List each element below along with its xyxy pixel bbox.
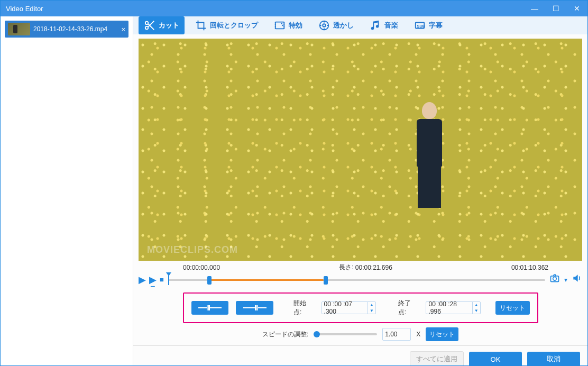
- watermark-icon: [318, 20, 330, 31]
- speed-reset-button[interactable]: リセット: [426, 327, 458, 341]
- cut-controls-panel: 開始点: 00 :00 :07 .300 ▲▼ 終了点: 00 :00 :28 …: [183, 292, 538, 323]
- speed-input[interactable]: 1.00: [382, 328, 411, 341]
- cancel-button[interactable]: 取消: [527, 352, 580, 366]
- start-handle[interactable]: [207, 276, 212, 285]
- maximize-button[interactable]: ☐: [545, 1, 566, 16]
- play-button[interactable]: ▶: [139, 274, 146, 286]
- file-tab[interactable]: 2018-11-02-14-33-26.mp4 ×: [5, 21, 128, 38]
- file-close-icon[interactable]: ×: [121, 25, 125, 33]
- tool-music-label: 音楽: [384, 21, 398, 30]
- footer: すべてに適用 OK 取消: [133, 345, 587, 366]
- snapshot-button[interactable]: [549, 273, 560, 286]
- cut-reset-button[interactable]: リセット: [495, 301, 530, 315]
- apply-all-button[interactable]: すべてに適用: [410, 351, 464, 366]
- end-point-label: 終了点:: [398, 299, 419, 317]
- tool-crop-label: 回転とクロップ: [210, 21, 258, 30]
- file-thumbnail: [8, 23, 30, 35]
- tool-music[interactable]: 音楽: [364, 16, 403, 34]
- tool-cut-label: カット: [159, 21, 179, 30]
- tool-cut[interactable]: カット: [139, 16, 185, 34]
- length-value: 00:00:21.696: [355, 264, 392, 271]
- tool-watermark-label: 透かし: [333, 21, 354, 30]
- tool-effect[interactable]: 特効: [269, 16, 308, 34]
- effect-icon: [274, 20, 286, 31]
- speed-slider-handle[interactable]: [314, 331, 320, 337]
- file-sidebar: 2018-11-02-14-33-26.mp4 ×: [1, 16, 133, 365]
- crop-icon: [195, 20, 207, 31]
- tool-toolbar: カット 回転とクロップ 特効 透かし: [133, 16, 587, 34]
- speed-unit: X: [416, 331, 420, 338]
- close-window-button[interactable]: ✕: [566, 1, 587, 16]
- window-title: Video Editor: [6, 5, 43, 13]
- end-handle[interactable]: [324, 276, 328, 285]
- speed-label: スピードの調整:: [262, 330, 308, 339]
- video-preview[interactable]: MOVIECLIPS.COM: [139, 39, 582, 261]
- svg-rect-13: [255, 305, 258, 310]
- end-up[interactable]: ▲: [473, 302, 480, 308]
- preview-background: [139, 39, 582, 261]
- subtitle-icon: SUB: [414, 20, 426, 31]
- preview-figure: [414, 102, 445, 208]
- tool-crop[interactable]: 回転とクロップ: [190, 16, 263, 34]
- start-up[interactable]: ▲: [368, 302, 375, 308]
- timeline-track[interactable]: [168, 275, 545, 285]
- playhead[interactable]: [168, 276, 169, 285]
- set-start-marker-button[interactable]: [191, 301, 229, 315]
- tool-watermark[interactable]: 透かし: [313, 16, 359, 34]
- total-time: 00:01:10.362: [511, 264, 548, 271]
- svg-point-4: [323, 24, 326, 27]
- end-down[interactable]: ▼: [473, 308, 480, 314]
- start-time-input[interactable]: 00 :00 :07 .300 ▲▼: [321, 301, 376, 314]
- end-time-input[interactable]: 00 :00 :28 .996 ▲▼: [426, 301, 480, 314]
- svg-point-8: [553, 277, 557, 281]
- tool-subtitle-label: 字幕: [429, 21, 443, 30]
- set-end-marker-button[interactable]: [236, 301, 273, 315]
- tool-effect-label: 特効: [289, 21, 302, 30]
- ok-button[interactable]: OK: [469, 352, 522, 366]
- svg-rect-10: [207, 305, 210, 310]
- end-time-value: 00 :00 :28 .996: [426, 300, 472, 315]
- start-point-label: 開始点:: [293, 299, 314, 317]
- start-time-value: 00 :00 :07 .300: [322, 300, 368, 315]
- speed-slider[interactable]: [314, 333, 377, 335]
- speed-value: 1.00: [383, 331, 399, 338]
- length-label: 長さ:: [339, 263, 353, 272]
- scissors-icon: [144, 20, 155, 31]
- tool-subtitle[interactable]: SUB 字幕: [409, 16, 448, 34]
- preview-watermark: MOVIECLIPS.COM: [147, 244, 238, 255]
- volume-button[interactable]: [572, 273, 582, 286]
- step-button[interactable]: ▶▁: [149, 274, 157, 286]
- stop-button[interactable]: ■: [160, 276, 164, 283]
- current-time: 00:00:00.000: [183, 264, 220, 271]
- minimize-button[interactable]: ―: [524, 1, 545, 16]
- file-name: 2018-11-02-14-33-26.mp4: [33, 25, 118, 33]
- selection-range: [207, 279, 324, 281]
- titlebar: Video Editor ― ☐ ✕: [1, 1, 587, 16]
- music-icon: [370, 20, 381, 31]
- start-down[interactable]: ▼: [368, 308, 375, 314]
- snapshot-dropdown[interactable]: ▾: [564, 276, 567, 283]
- svg-text:SUB: SUB: [417, 24, 425, 29]
